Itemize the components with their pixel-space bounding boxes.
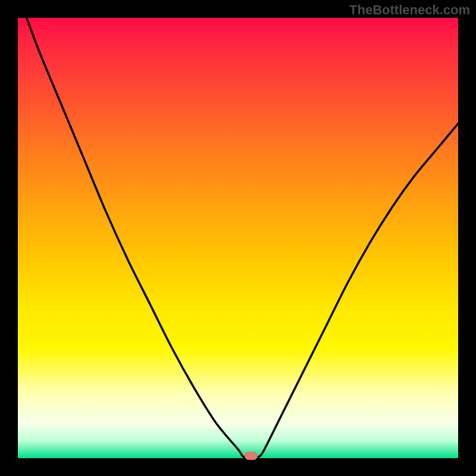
optimal-point-marker: [245, 452, 258, 460]
watermark-text: TheBottleneck.com: [349, 2, 470, 18]
chart-plot-area: [18, 18, 458, 458]
bottleneck-curve: [18, 18, 458, 458]
